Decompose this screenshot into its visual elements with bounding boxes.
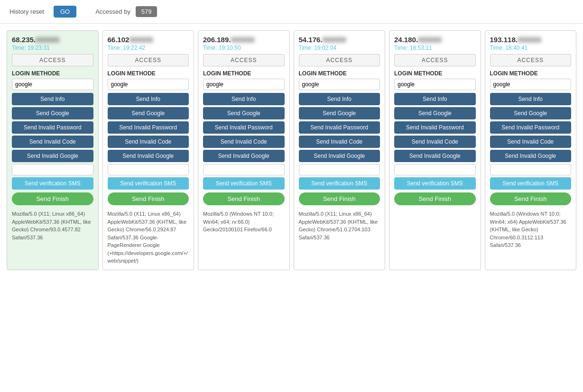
send-verification-sms-button-1[interactable]: Send verification SMS	[108, 177, 189, 190]
send-verification-sms-button-0[interactable]: Send verification SMS	[12, 177, 93, 190]
sms-input-2[interactable]	[203, 164, 285, 175]
send-invalid-password-button-4[interactable]: Send Invalid Password	[394, 121, 476, 134]
sms-input-3[interactable]	[299, 164, 380, 175]
send-invalid-google-button-4[interactable]: Send Invalid Google	[394, 150, 476, 162]
send-google-button-4[interactable]: Send Google	[394, 107, 476, 119]
login-method-input-2[interactable]	[203, 79, 285, 90]
send-verification-sms-button-3[interactable]: Send verification SMS	[299, 177, 380, 190]
send-invalid-password-button-0[interactable]: Send Invalid Password	[12, 121, 93, 134]
login-methode-label-0: LOGIN METHODE	[12, 70, 93, 77]
card-3: 54.176.XXXXX Time: 19:02:04 ACCESS LOGIN…	[294, 30, 386, 270]
send-invalid-google-button-0[interactable]: Send Invalid Google	[12, 150, 93, 162]
send-info-button-3[interactable]: Send Info	[299, 93, 380, 105]
user-agent-0: Mozilla/5.0 (X11; Linux x86_64) AppleWeb…	[12, 210, 93, 241]
card-time-3: Time: 19:02:04	[299, 45, 380, 51]
access-button-4[interactable]: ACCESS	[394, 54, 476, 66]
top-bar: History reset GO Accessed by 579	[0, 0, 583, 24]
access-button-3[interactable]: ACCESS	[299, 54, 380, 66]
send-info-button-5[interactable]: Send Info	[490, 93, 572, 105]
send-google-button-0[interactable]: Send Google	[12, 107, 93, 119]
sms-input-0[interactable]	[12, 164, 93, 175]
card-ip-3: 54.176.XXXXX	[299, 36, 380, 44]
send-invalid-password-button-2[interactable]: Send Invalid Password	[203, 121, 285, 134]
card-time-4: Time: 18:53:11	[394, 45, 476, 51]
card-5: 193.118.XXXXX Time: 18:40:41 ACCESS LOGI…	[485, 30, 577, 270]
send-finish-button-3[interactable]: Send Finish	[299, 192, 380, 205]
login-method-input-0[interactable]	[12, 79, 93, 90]
card-time-5: Time: 18:40:41	[490, 45, 572, 51]
login-methode-label-3: LOGIN METHODE	[299, 70, 380, 77]
send-invalid-code-button-4[interactable]: Send Invalid Code	[394, 136, 476, 148]
card-ip-1: 66.102XXXXX	[108, 36, 189, 44]
card-ip-2: 206.189.XXXXX	[203, 36, 285, 44]
send-finish-button-5[interactable]: Send Finish	[490, 192, 572, 205]
send-finish-button-0[interactable]: Send Finish	[12, 192, 93, 205]
send-invalid-code-button-5[interactable]: Send Invalid Code	[490, 136, 572, 148]
send-invalid-google-button-3[interactable]: Send Invalid Google	[299, 150, 380, 162]
card-2: 206.189.XXXXX Time: 19:10:50 ACCESS LOGI…	[198, 30, 290, 270]
access-button-2[interactable]: ACCESS	[203, 54, 285, 66]
card-ip-4: 24.180.XXXXX	[394, 36, 476, 44]
sms-input-5[interactable]	[490, 164, 572, 175]
send-google-button-1[interactable]: Send Google	[108, 107, 189, 119]
send-verification-sms-button-5[interactable]: Send verification SMS	[490, 177, 572, 190]
access-button-1[interactable]: ACCESS	[108, 54, 189, 66]
send-info-button-0[interactable]: Send Info	[12, 93, 93, 105]
accessed-count-badge: 579	[136, 6, 157, 17]
card-ip-5: 193.118.XXXXX	[490, 36, 572, 44]
send-invalid-google-button-1[interactable]: Send Invalid Google	[108, 150, 189, 162]
go-button[interactable]: GO	[54, 6, 76, 18]
login-methode-label-2: LOGIN METHODE	[203, 70, 285, 77]
accessed-by-label: Accessed by 579	[95, 8, 157, 15]
sms-input-4[interactable]	[394, 164, 476, 175]
card-0: 68.235.XXXXX Time: 19:23:31 ACCESS LOGIN…	[7, 30, 99, 270]
user-agent-5: Mozilla/5.0 (Windows NT 10.0; Win64; x64…	[490, 210, 572, 249]
send-verification-sms-button-2[interactable]: Send verification SMS	[203, 177, 285, 190]
send-invalid-password-button-3[interactable]: Send Invalid Password	[299, 121, 380, 134]
send-finish-button-4[interactable]: Send Finish	[394, 192, 476, 205]
send-info-button-2[interactable]: Send Info	[203, 93, 285, 105]
access-button-5[interactable]: ACCESS	[490, 54, 572, 66]
login-method-input-3[interactable]	[299, 79, 380, 90]
send-google-button-3[interactable]: Send Google	[299, 107, 380, 119]
login-method-input-1[interactable]	[108, 79, 189, 90]
card-time-2: Time: 19:10:50	[203, 45, 285, 51]
send-invalid-code-button-0[interactable]: Send Invalid Code	[12, 136, 93, 148]
send-invalid-password-button-1[interactable]: Send Invalid Password	[108, 121, 189, 134]
login-methode-label-4: LOGIN METHODE	[394, 70, 476, 77]
send-invalid-code-button-1[interactable]: Send Invalid Code	[108, 136, 189, 148]
card-time-0: Time: 19:23:31	[12, 45, 93, 51]
send-info-button-4[interactable]: Send Info	[394, 93, 476, 105]
login-methode-label-1: LOGIN METHODE	[108, 70, 189, 77]
cards-container: 68.235.XXXXX Time: 19:23:31 ACCESS LOGIN…	[0, 24, 583, 277]
card-time-1: Time: 19:22:42	[108, 45, 189, 51]
sms-input-1[interactable]	[108, 164, 189, 175]
user-agent-2: Mozilla/5.0 (Windows NT 10.0; Win64; x64…	[203, 210, 285, 234]
login-method-input-4[interactable]	[394, 79, 476, 90]
login-methode-label-5: LOGIN METHODE	[490, 70, 572, 77]
card-1: 66.102XXXXX Time: 19:22:42 ACCESS LOGIN …	[102, 30, 194, 270]
user-agent-3: Mozilla/5.0 (X11; Linux x86_64) AppleWeb…	[299, 210, 380, 241]
history-reset-label: History reset	[9, 8, 44, 15]
card-4: 24.180.XXXXX Time: 18:53:11 ACCESS LOGIN…	[389, 30, 481, 270]
send-google-button-5[interactable]: Send Google	[490, 107, 572, 119]
user-agent-1: Mozilla/5.0 (X11; Linux x86_64) AppleWeb…	[108, 210, 189, 265]
card-ip-0: 68.235.XXXXX	[12, 36, 93, 44]
send-invalid-google-button-2[interactable]: Send Invalid Google	[203, 150, 285, 162]
access-button-0[interactable]: ACCESS	[12, 54, 93, 66]
send-invalid-code-button-3[interactable]: Send Invalid Code	[299, 136, 380, 148]
send-verification-sms-button-4[interactable]: Send verification SMS	[394, 177, 476, 190]
login-method-input-5[interactable]	[490, 79, 572, 90]
send-invalid-google-button-5[interactable]: Send Invalid Google	[490, 150, 572, 162]
send-info-button-1[interactable]: Send Info	[108, 93, 189, 105]
send-finish-button-1[interactable]: Send Finish	[108, 192, 189, 205]
send-google-button-2[interactable]: Send Google	[203, 107, 285, 119]
send-finish-button-2[interactable]: Send Finish	[203, 192, 285, 205]
send-invalid-code-button-2[interactable]: Send Invalid Code	[203, 136, 285, 148]
send-invalid-password-button-5[interactable]: Send Invalid Password	[490, 121, 572, 134]
